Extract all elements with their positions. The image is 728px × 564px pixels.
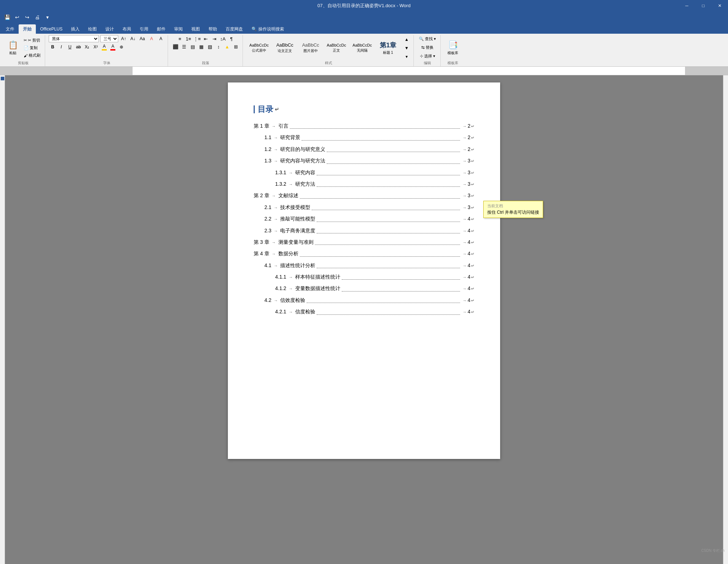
quick-access-toolbar: 💾 ↩ ↪ 🖨 ▾	[0, 11, 728, 23]
numbering-button[interactable]: 1≡	[185, 35, 192, 42]
justify-button[interactable]: ▦	[197, 43, 205, 50]
toc-entry-2[interactable]: 1.2 → 研究目的与研究意义→2↵	[254, 145, 474, 153]
text-highlight-button[interactable]: A	[109, 43, 117, 51]
show-formatting-button[interactable]: ¶	[227, 35, 235, 42]
replace-button[interactable]: ⇆ 替换	[420, 44, 435, 51]
font-color-button[interactable]: A	[100, 43, 108, 51]
toc-entry-16[interactable]: 4.2.1 → 信度检验→4↵	[254, 308, 474, 316]
subscript-button[interactable]: X₂	[83, 43, 91, 51]
style-heading1[interactable]: 第1章 标题 1	[375, 37, 401, 59]
tab-officeplus[interactable]: OfficePLUS	[36, 24, 67, 34]
styles-scroll-up[interactable]: ▲	[403, 36, 411, 43]
tab-insert[interactable]: 插入	[67, 24, 84, 34]
toc-entry-15[interactable]: 4.2 → 信效度检验→4↵	[254, 296, 474, 304]
underline-button[interactable]: U	[66, 43, 74, 51]
toc-entry-13[interactable]: 4.1.1 → 样本特征描述性统计→4↵	[254, 273, 474, 281]
styles-scroll-down[interactable]: ▼	[403, 44, 411, 52]
templates-label: 模板库	[447, 61, 458, 66]
change-case-button[interactable]: Aa	[138, 35, 146, 42]
minimize-button[interactable]: ─	[679, 0, 695, 11]
increase-indent-button[interactable]: ⇥	[210, 35, 218, 42]
tab-baidu[interactable]: 百度网盘	[221, 24, 247, 34]
more-font-button[interactable]: ⊕	[118, 43, 125, 51]
tab-references[interactable]: 引用	[135, 24, 153, 34]
border-button[interactable]: ⊞	[232, 43, 240, 50]
tab-design[interactable]: 设计	[101, 24, 118, 34]
redo-button[interactable]: ↪	[23, 13, 32, 22]
copy-button[interactable]: 📄 复制	[22, 44, 42, 52]
toc-entry-10[interactable]: 第 3 章 → 测量变量与准则→4↵	[254, 238, 474, 246]
toc-number: 2.3	[264, 227, 271, 234]
tab-draw[interactable]: 绘图	[84, 24, 101, 34]
toc-newline: ↵	[471, 298, 474, 304]
sort-button[interactable]: ↕A	[219, 35, 227, 42]
toc-entry-9[interactable]: 2.3 → 电子商务满意度→4↵	[254, 227, 474, 234]
toc-dots	[317, 186, 460, 187]
align-left-button[interactable]: ⬛	[172, 43, 179, 50]
format-painter-button[interactable]: 🖌 格式刷	[22, 52, 42, 59]
line-spacing-button[interactable]: ↕	[215, 43, 222, 50]
cut-button[interactable]: ✂ ✂ 剪切	[22, 37, 42, 44]
save-button[interactable]: 💾	[3, 13, 11, 22]
tab-mailings[interactable]: 邮件	[153, 24, 170, 34]
toc-entry-7[interactable]: 2.1 → 技术接受模型→3↵	[254, 203, 474, 211]
increase-font-button[interactable]: A↑	[120, 35, 128, 42]
tab-layout[interactable]: 布局	[118, 24, 135, 34]
clear-format-button[interactable]: A	[157, 35, 165, 42]
find-button[interactable]: 🔍 查找 ▾	[417, 35, 437, 42]
style-thesis-body[interactable]: AaBbCc 论文正文	[272, 37, 297, 59]
tab-review[interactable]: 审阅	[170, 24, 187, 34]
toc-newline: ↵	[471, 135, 474, 141]
decrease-indent-button[interactable]: ⇤	[202, 35, 210, 42]
toc-dots	[312, 210, 460, 210]
strikethrough-button[interactable]: ab	[75, 43, 82, 51]
align-right-button[interactable]: ▤	[189, 43, 197, 50]
toc-entry-11[interactable]: 第 4 章 → 数据分析→4↵	[254, 250, 474, 257]
ribbon: 📋 粘贴 ✂ ✂ 剪切 📄 复制 🖌 格式刷 剪贴板	[0, 34, 728, 67]
font-name-selector[interactable]: 黑体	[49, 35, 99, 42]
italic-button[interactable]: I	[57, 43, 65, 51]
toc-entry-12[interactable]: 4.1 → 描述性统计分析→4↵	[254, 261, 474, 269]
toc-entry-0[interactable]: 第 1 章 → 引言→2↵	[254, 122, 474, 130]
style-formula-center[interactable]: AaBbCcDc 公式居中	[246, 37, 272, 59]
styles-more[interactable]: ▾	[403, 53, 411, 60]
restore-button[interactable]: □	[695, 0, 712, 11]
multilevel-list-button[interactable]: ⋮≡	[193, 35, 201, 42]
print-preview-button[interactable]: 🖨	[33, 13, 42, 22]
ribbon-tab-bar: 文件 开始 OfficePLUS 插入 绘图 设计 布局 引用 邮件 审阅 视图…	[0, 23, 728, 34]
tab-search[interactable]: 🔍 操作说明搜索	[247, 24, 288, 34]
close-button[interactable]: ✕	[712, 0, 728, 11]
replace-icon: ⇆	[421, 45, 425, 50]
toc-entry-6[interactable]: 第 2 章 → 文献综述→3↵	[254, 191, 474, 199]
document-scroll[interactable]: 目录 ↵ 第 1 章 → 引言→2↵1.1 → 研究背景→2↵1.2 → 研究目…	[5, 75, 723, 564]
bold-button[interactable]: B	[49, 43, 57, 51]
toc-entry-5[interactable]: 1.3.2 → 研究方法→3↵	[254, 180, 474, 188]
decrease-font-button[interactable]: A↓	[129, 35, 137, 42]
font-color-highlight-button[interactable]: A	[148, 35, 155, 42]
style-image-center[interactable]: AaBbCc 图片居中	[298, 37, 323, 59]
select-button[interactable]: ⊹ 选择 ▾	[418, 52, 437, 60]
distributed-button[interactable]: ▧	[206, 43, 214, 50]
toc-entry-8[interactable]: 2.2 → 推敲可能性模型→4↵	[254, 215, 474, 223]
toc-subtitle: 描述性统计分析	[280, 261, 315, 269]
toc-entry-14[interactable]: 4.1.2 → 变量数据描述性统计→4↵	[254, 284, 474, 292]
customize-qa-button[interactable]: ▾	[43, 13, 52, 22]
font-size-selector[interactable]: 三号	[100, 35, 118, 42]
align-center-button[interactable]: ☰	[180, 43, 188, 50]
tab-file[interactable]: 文件	[1, 24, 19, 34]
right-scrollbar[interactable]	[723, 75, 728, 564]
tab-help[interactable]: 帮助	[204, 24, 221, 34]
style-no-spacing[interactable]: AaBbCcDc 无间隔	[350, 37, 375, 59]
bullets-button[interactable]: ≡	[176, 35, 184, 42]
toc-entry-3[interactable]: 1.3 → 研究内容与研究方法→3↵	[254, 157, 474, 165]
style-normal[interactable]: AaBbCcDc 正文	[324, 37, 349, 59]
undo-button[interactable]: ↩	[13, 13, 21, 22]
superscript-button[interactable]: X²	[92, 43, 100, 51]
tab-view[interactable]: 视图	[187, 24, 204, 34]
toc-entry-1[interactable]: 1.1 → 研究背景→2↵	[254, 133, 474, 141]
template-library-button[interactable]: 📑 模板库	[444, 37, 461, 59]
tab-home[interactable]: 开始	[19, 24, 36, 34]
paste-button[interactable]: 📋 粘贴	[4, 37, 21, 59]
toc-entry-4[interactable]: 1.3.1 → 研究内容→3↵	[254, 169, 474, 176]
shading-button[interactable]: ▲	[223, 43, 231, 50]
